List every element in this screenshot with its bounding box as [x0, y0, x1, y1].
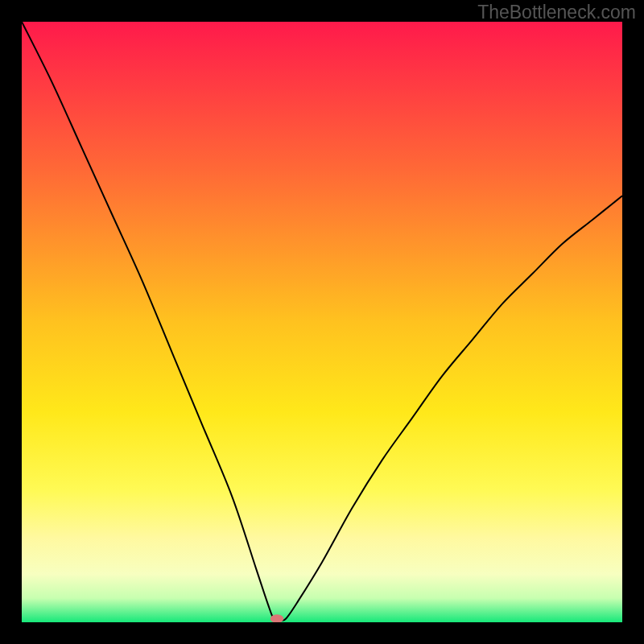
gradient-background	[22, 22, 622, 622]
plot-area	[22, 22, 622, 622]
watermark-text: TheBottleneck.com	[477, 2, 636, 23]
chart-frame: TheBottleneck.com	[0, 0, 644, 644]
bottleneck-chart	[22, 22, 622, 622]
